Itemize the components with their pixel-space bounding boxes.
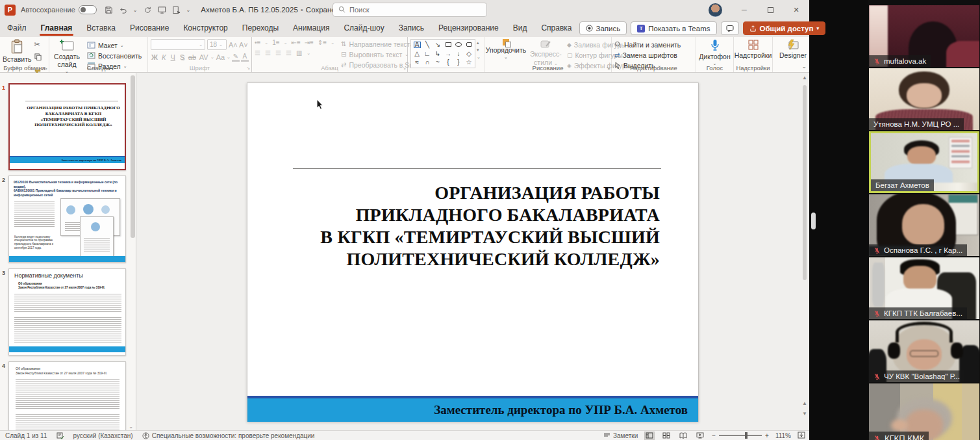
undo-icon[interactable] [119, 6, 127, 14]
accessibility-icon[interactable] [142, 432, 149, 439]
participant-tile-3-active-speaker[interactable]: Бегзат Ахметов [869, 131, 979, 193]
tab-design[interactable]: Конструктор [176, 20, 234, 36]
zoom-level[interactable]: 111% [775, 432, 791, 439]
present-in-teams-button[interactable]: T Показать в Teams [631, 21, 716, 35]
underline-button[interactable]: Ч [169, 53, 177, 61]
zoom-slider[interactable] [719, 435, 762, 436]
tab-home[interactable]: Главная [34, 20, 80, 36]
tab-view[interactable]: Вид [506, 20, 534, 36]
font-color-button[interactable]: А [241, 53, 249, 62]
replace-fonts-button[interactable]: ⇄ Замена шрифтов [614, 51, 693, 59]
normal-view-button[interactable] [644, 432, 655, 440]
zoom-out-icon[interactable]: − [712, 432, 716, 439]
redo-icon[interactable] [144, 6, 152, 14]
grow-font-icon[interactable]: A˄ [229, 41, 237, 49]
fit-to-window-icon[interactable] [798, 432, 805, 440]
dictate-button[interactable]: Диктофон ⌄ [699, 39, 731, 66]
shape-rectangle-icon[interactable] [446, 42, 451, 47]
bold-button[interactable]: Ж [151, 53, 158, 61]
thumbnail-scroll-down-icon[interactable]: ⌄ [129, 424, 133, 430]
shape-triangle-icon[interactable]: △ [412, 49, 422, 58]
cut-icon[interactable]: ✂ [34, 40, 42, 49]
italic-button[interactable]: К [160, 53, 168, 61]
zoom-slider-knob[interactable] [745, 432, 748, 439]
align-right-icon[interactable]: ☰ [275, 49, 281, 57]
reading-view-button[interactable] [678, 432, 688, 440]
shape-elbow-icon[interactable]: ∟ [422, 49, 433, 58]
restore-button[interactable] [757, 0, 783, 19]
tab-review[interactable]: Рецензирование [431, 20, 506, 36]
shape-down-arrow-icon[interactable]: ↓ [453, 49, 464, 58]
shape-oval-icon[interactable] [455, 42, 462, 47]
shapes-gallery[interactable]: А ╲ ↘ △ ∟ ↳ → ↓ ◇ ≈ ∩ ~ { } [410, 39, 475, 68]
arrange-button[interactable]: Упорядочить ⌄ [487, 39, 525, 60]
accessibility-status[interactable]: Специальные возможности: проверьте реком… [152, 432, 315, 439]
collapse-ribbon-icon[interactable]: ⌄ [801, 63, 807, 70]
meeting-panel-scrollbar[interactable] [811, 213, 816, 229]
bullets-icon[interactable]: •≡ [255, 39, 260, 46]
tab-file[interactable]: Файл [0, 20, 34, 36]
character-spacing-button[interactable]: AV [198, 53, 209, 61]
thumbnail-scrollbar[interactable] [131, 75, 135, 238]
align-left-icon[interactable]: ☰ [255, 49, 260, 57]
tab-transitions[interactable]: Переходы [235, 20, 286, 36]
quick-styles-button[interactable]: Экспресс- стили ⌄ [530, 39, 562, 66]
close-button[interactable]: ✕ [783, 0, 809, 19]
shapes-scroll-up-icon[interactable]: ▴ [477, 40, 481, 45]
shape-line-icon[interactable]: ╲ [422, 40, 433, 49]
font-name-combo[interactable]: ⌄ [151, 39, 205, 50]
zoom-in-icon[interactable]: + [765, 432, 769, 439]
preview-icon[interactable] [172, 6, 181, 14]
designer-button[interactable]: Designer [775, 39, 810, 59]
notes-button[interactable]: Заметки [603, 432, 638, 439]
find-replace-button[interactable]: Найти и заменить [614, 40, 693, 49]
font-size-combo[interactable]: ⌄ [207, 39, 227, 50]
clipboard-dialog-launcher[interactable]: ↘ [44, 66, 47, 71]
reset-button[interactable]: Восстановить [87, 51, 142, 60]
canvas-vertical-scrollbar[interactable]: ▲ ▲ ▼ [801, 75, 809, 428]
highlight-color-button[interactable]: ✎ [232, 53, 240, 62]
slideshow-view-button[interactable] [695, 432, 705, 440]
participant-tile-5[interactable]: КГКП ТТК Балгабаев... [869, 257, 979, 319]
account-avatar[interactable] [709, 3, 722, 17]
line-spacing-icon[interactable]: ⇕≡ [318, 39, 327, 46]
undo-dropdown-icon[interactable]: ⌄ [133, 7, 138, 13]
scrollbar-thumb[interactable] [803, 85, 807, 280]
tab-slideshow[interactable]: Слайд-шоу [336, 20, 391, 36]
tab-draw[interactable]: Рисование [123, 20, 176, 36]
comments-button[interactable] [721, 21, 739, 35]
autosave-control[interactable]: Автосохранение [21, 5, 97, 14]
drawing-dialog-launcher[interactable]: ↘ [606, 66, 610, 71]
tab-insert[interactable]: Вставка [79, 20, 123, 36]
participant-tile-7[interactable]: КГКП КМК [869, 383, 979, 440]
participant-tile-4[interactable]: Оспанова Г.С. , г Кар... [869, 194, 979, 256]
autosave-toggle[interactable] [79, 5, 97, 14]
tab-animations[interactable]: Анимация [286, 20, 336, 36]
font-size-input[interactable] [210, 41, 219, 48]
slide-title[interactable]: ОРГАНИЗАЦИЯ РАБОТЫ ПРИКЛАДНОГО БАКАЛАВРИ… [286, 182, 660, 270]
qat-customize-icon[interactable]: ⌄ [186, 7, 191, 13]
participant-tile-6[interactable]: ЧУ КВК "Bolashaq" Р... [869, 320, 979, 382]
shape-arrow-icon[interactable]: ↘ [433, 40, 443, 49]
minimize-button[interactable]: ─ [731, 0, 757, 19]
next-slide-icon[interactable]: ▼ [801, 411, 809, 417]
participant-tile-2[interactable]: Утянова Н.М. УМЦ РО ... [869, 68, 979, 130]
shape-flag-icon[interactable]: ◇ [464, 49, 474, 58]
layout-button[interactable]: Макет⌄ [87, 41, 142, 49]
previous-slide-icon[interactable]: ▲ [801, 400, 809, 406]
start-slideshow-icon[interactable] [158, 6, 166, 14]
spellcheck-icon[interactable] [57, 432, 64, 439]
slide-thumbnail-3[interactable]: Нормативные документы Об образовании Зак… [8, 268, 126, 356]
slide-footer[interactable]: Заместитель директора по УПР Б.А. Ахмето… [247, 396, 698, 422]
slide-canvas[interactable]: ОРГАНИЗАЦИЯ РАБОТЫ ПРИКЛАДНОГО БАКАЛАВРИ… [247, 83, 699, 422]
paragraph-dialog-launcher[interactable]: ↘ [402, 66, 406, 71]
strikethrough-button[interactable]: ab [187, 53, 197, 61]
shape-textbox-icon[interactable]: А [414, 42, 421, 48]
record-button[interactable]: Запись [579, 21, 627, 35]
justify-icon[interactable]: ☰ [286, 49, 292, 57]
search-input[interactable] [349, 6, 466, 14]
shape-elbow-arrow-icon[interactable]: ↳ [433, 49, 443, 58]
tab-help[interactable]: Справка [534, 20, 579, 36]
align-center-icon[interactable]: ☰ [265, 49, 271, 57]
font-dialog-launcher[interactable]: ↘ [246, 66, 250, 71]
